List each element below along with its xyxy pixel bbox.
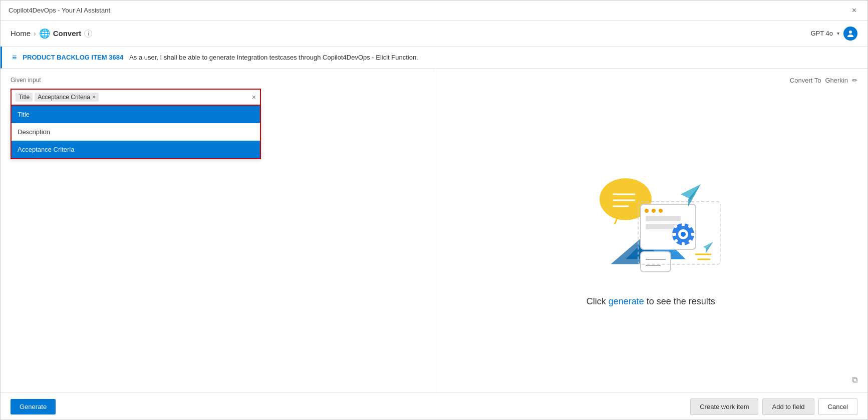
- copy-icon[interactable]: ⧉: [852, 375, 857, 384]
- left-panel: Given input Title Acceptance Criteria × …: [1, 69, 434, 392]
- dropdown-list: Title Description Acceptance Criteria: [11, 106, 261, 159]
- click-generate-suffix: to see the results: [644, 296, 715, 306]
- dropdown-item-title[interactable]: Title: [12, 106, 260, 123]
- svg-rect-19: [691, 233, 695, 236]
- edit-convert-to-icon[interactable]: ✏: [852, 77, 857, 84]
- nav-right-section: GPT 4o ▾: [810, 27, 857, 41]
- info-icon[interactable]: i: [84, 30, 92, 38]
- svg-rect-16: [682, 222, 685, 226]
- avatar[interactable]: [843, 27, 857, 41]
- add-to-field-button[interactable]: Add to field: [762, 398, 814, 415]
- title-bar: Copilot4DevOps - Your AI Assistant ×: [1, 1, 867, 21]
- illustration-svg: [581, 154, 721, 284]
- footer-left: Generate: [11, 399, 56, 414]
- svg-point-8: [645, 209, 649, 213]
- tag-ac-label: Acceptance Criteria: [38, 94, 90, 101]
- workitem-bar: ≡ PRODUCT BACKLOG ITEM 3684 As a user, I…: [1, 47, 867, 69]
- workitem-description: As a user, I shall be able to generate I…: [129, 54, 418, 61]
- svg-rect-18: [672, 233, 676, 236]
- convert-to-bar: Convert To Gherkin ✏: [790, 77, 857, 84]
- tag-title-label: Title: [19, 94, 30, 101]
- generate-button[interactable]: Generate: [11, 399, 56, 414]
- svg-rect-24: [641, 252, 671, 272]
- clear-tags-button[interactable]: ×: [252, 93, 256, 101]
- given-input-label: Given input: [11, 77, 424, 84]
- app-title: Copilot4DevOps - Your AI Assistant: [9, 7, 110, 14]
- svg-rect-11: [646, 216, 681, 221]
- tag-ac-remove[interactable]: ×: [92, 94, 96, 101]
- convert-to-label: Convert To: [790, 77, 821, 84]
- cancel-button[interactable]: Cancel: [818, 398, 857, 415]
- tag-input-box[interactable]: Title Acceptance Criteria × ×: [11, 89, 261, 106]
- dropdown-item-description[interactable]: Description: [12, 123, 260, 141]
- illustration: Click generate to see the results: [581, 154, 721, 307]
- generate-word: generate: [609, 296, 644, 306]
- convert-icon: 🌐: [39, 28, 50, 39]
- workitem-icon: ≡: [12, 53, 17, 62]
- right-panel: Convert To Gherkin ✏: [434, 69, 868, 392]
- svg-point-10: [659, 209, 663, 213]
- breadcrumb: Home › 🌐 Convert i: [11, 28, 92, 39]
- tag-search-input[interactable]: [101, 94, 185, 101]
- main-content: Given input Title Acceptance Criteria × …: [1, 69, 867, 392]
- breadcrumb-separator: ›: [34, 30, 36, 38]
- tag-title: Title: [16, 93, 33, 102]
- chevron-down-icon[interactable]: ▾: [837, 31, 839, 36]
- footer-right: Create work item Add to field Cancel: [690, 398, 857, 415]
- svg-point-15: [681, 232, 686, 237]
- create-work-item-button[interactable]: Create work item: [690, 398, 758, 415]
- gpt-model-label: GPT 4o: [810, 30, 833, 37]
- tag-dropdown-container: Title Acceptance Criteria × × Title Desc…: [11, 89, 261, 106]
- workitem-link[interactable]: PRODUCT BACKLOG ITEM 3684: [23, 54, 123, 61]
- convert-to-value: Gherkin: [825, 77, 848, 84]
- click-generate-prefix: Click: [587, 296, 609, 306]
- dropdown-item-acceptance-criteria[interactable]: Acceptance Criteria: [12, 141, 260, 158]
- svg-rect-17: [682, 242, 685, 246]
- svg-point-9: [652, 209, 656, 213]
- home-link[interactable]: Home: [11, 29, 31, 38]
- click-generate-message: Click generate to see the results: [587, 296, 715, 307]
- footer: Generate Create work item Add to field C…: [1, 392, 867, 420]
- close-button[interactable]: ×: [849, 5, 859, 16]
- nav-bar: Home › 🌐 Convert i GPT 4o ▾: [1, 21, 867, 47]
- tag-acceptance-criteria: Acceptance Criteria ×: [35, 93, 99, 102]
- page-title: Convert: [53, 29, 82, 38]
